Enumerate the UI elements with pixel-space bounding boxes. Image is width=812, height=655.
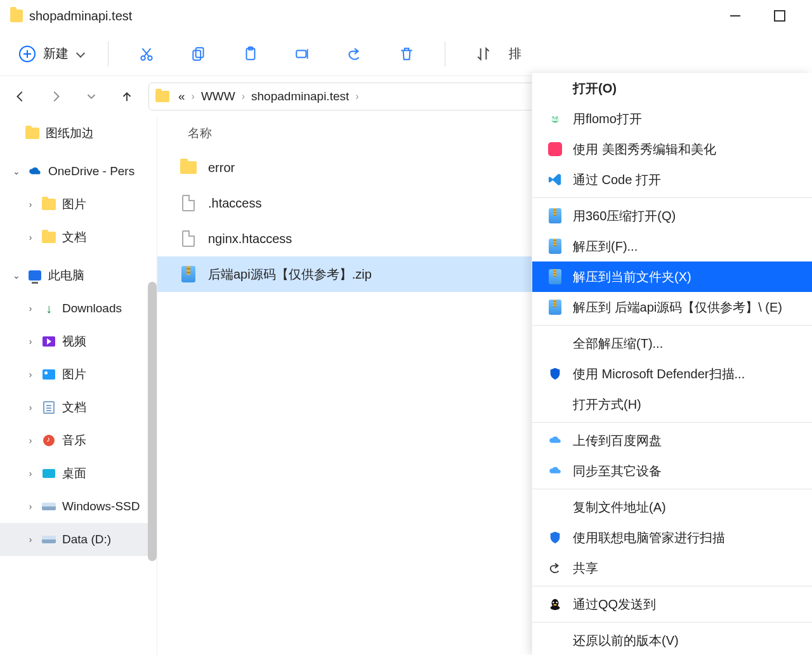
minimize-button[interactable] [726, 6, 745, 25]
cut-icon[interactable] [133, 40, 160, 68]
sidebar-item-thispc[interactable]: ⌄ 此电脑 [0, 259, 157, 292]
sidebar-item-data-d[interactable]: › Data (D:) [0, 523, 157, 556]
forward-button[interactable] [38, 79, 74, 114]
recent-chevron-icon[interactable] [74, 79, 109, 114]
sidebar-item-windows-ssd[interactable]: › Windows-SSD [0, 490, 157, 523]
chevron-right-icon[interactable]: › [25, 336, 36, 347]
ctx-extract-here[interactable]: 解压到当前文件夹(X) [532, 261, 812, 292]
folder-icon [42, 199, 56, 210]
breadcrumb-seg-current[interactable]: shopadminapi.test [251, 89, 349, 103]
up-button[interactable] [109, 79, 145, 114]
chevron-right-icon[interactable]: › [25, 369, 36, 380]
sidebar-item-onedrive-documents[interactable]: › 文档 [0, 221, 157, 254]
ctx-restore-versions[interactable]: 还原以前的版本(V) [532, 625, 812, 655]
sidebar-scrollbar[interactable] [148, 282, 157, 561]
rename-icon[interactable] [289, 40, 317, 68]
share-icon[interactable] [341, 40, 369, 68]
ctx-defender[interactable]: 使用 Microsoft Defender扫描... [532, 359, 812, 389]
sidebar-item-documents[interactable]: › 文档 [0, 391, 157, 424]
ctx-copy-address[interactable]: 复制文件地址(A) [532, 492, 812, 522]
sidebar-item-downloads[interactable]: › ↓ Downloads [0, 292, 157, 325]
chevron-down-icon[interactable]: ⌄ [11, 270, 22, 281]
file-icon [182, 230, 195, 247]
new-button[interactable]: 新建 [10, 40, 93, 67]
drive-icon [42, 503, 56, 510]
ctx-open[interactable]: 打开(O) [532, 73, 812, 103]
delete-icon[interactable] [393, 40, 421, 68]
sidebar-item-desktop[interactable]: › 桌面 [0, 457, 157, 490]
column-name: 名称 [188, 125, 212, 142]
window-folder-icon [10, 10, 23, 22]
sidebar-item-videos[interactable]: › 视频 [0, 325, 157, 358]
ctx-baidu-sync[interactable]: 同步至其它设备 [532, 456, 812, 486]
sidebar-item-label: Data (D:) [62, 533, 111, 546]
sort-icon[interactable] [469, 40, 497, 68]
copy-icon[interactable] [185, 40, 213, 68]
ctx-baidu-upload[interactable]: 上传到百度网盘 [532, 425, 812, 456]
sidebar-item-label: 图片 [62, 196, 86, 213]
image-icon [43, 369, 55, 380]
sidebar-item-pictures[interactable]: › 图片 [0, 358, 157, 391]
chevron-right-icon[interactable]: › [25, 402, 36, 413]
window-controls [726, 6, 802, 25]
sidebar-item-tuzhijiaban[interactable]: 图纸加边 [0, 117, 157, 150]
file-name: .htaccess [208, 196, 261, 211]
sidebar-item-label: 图纸加边 [46, 125, 94, 142]
ctx-open-with[interactable]: 打开方式(H) [532, 389, 812, 420]
chevron-right-icon[interactable]: › [25, 199, 36, 209]
chevron-right-icon[interactable]: › [25, 501, 36, 512]
chevron-down-icon[interactable]: ⌄ [11, 166, 22, 176]
ctx-separator [532, 622, 812, 623]
ctx-extract-named[interactable]: 解压到 后端api源码【仅供参考】\ (E) [532, 292, 812, 322]
chevron-right-icon[interactable]: › [25, 303, 36, 314]
context-menu: 打开(O) ෂ 用flomo打开 使用 美图秀秀编辑和美化 通过 Code 打开… [532, 73, 812, 655]
ctx-lenovo-scan[interactable]: 使用联想电脑管家进行扫描 [532, 522, 812, 553]
ctx-label: 解压到当前文件夹(X) [573, 268, 691, 286]
sidebar-item-label: 桌面 [62, 465, 86, 482]
sidebar-item-onedrive[interactable]: ⌄ OneDrive - Pers [0, 155, 157, 188]
paste-icon[interactable] [237, 40, 265, 68]
ctx-meitu[interactable]: 使用 美图秀秀编辑和美化 [532, 134, 812, 164]
ctx-extract-all[interactable]: 全部解压缩(T)... [532, 328, 812, 359]
back-button[interactable] [3, 79, 38, 114]
svg-rect-6 [296, 50, 306, 57]
maximize-button[interactable] [770, 6, 789, 25]
file-name: error [208, 161, 235, 175]
sidebar-item-onedrive-pictures[interactable]: › 图片 [0, 188, 157, 221]
sidebar-item-label: 此电脑 [48, 267, 84, 284]
ctx-label: 解压到(F)... [573, 238, 638, 255]
ctx-label: 通过QQ发送到 [573, 596, 656, 613]
zip-icon [549, 269, 561, 284]
ctx-vscode[interactable]: 通过 Code 打开 [532, 164, 812, 195]
svg-point-0 [141, 56, 145, 60]
ctx-share[interactable]: 共享 [532, 553, 812, 583]
ctx-flomo[interactable]: ෂ 用flomo打开 [532, 103, 812, 134]
sort-label: 排 [509, 45, 521, 62]
folder-icon [42, 232, 56, 243]
desktop-icon [43, 469, 55, 478]
ctx-separator [532, 197, 812, 198]
ctx-separator [532, 422, 812, 423]
shield-icon [547, 366, 563, 381]
chevron-right-icon[interactable]: › [25, 534, 36, 545]
zip-icon [549, 239, 561, 254]
toolbar-separator [108, 41, 108, 67]
ctx-label: 上传到百度网盘 [573, 432, 662, 449]
meitu-icon [548, 142, 562, 156]
sidebar-item-music[interactable]: › 音乐 [0, 424, 157, 457]
ctx-extract-to[interactable]: 解压到(F)... [532, 231, 812, 261]
ctx-360zip[interactable]: 用360压缩打开(Q) [532, 201, 812, 231]
ctx-qq-send[interactable]: 通过QQ发送到 [532, 589, 812, 619]
chevron-right-icon[interactable]: › [25, 468, 36, 479]
chevron-right-icon[interactable]: › [25, 435, 36, 446]
ctx-label: 使用联想电脑管家进行扫描 [573, 529, 725, 546]
breadcrumb-sep: › [355, 91, 358, 102]
breadcrumb-seg-www[interactable]: WWW [201, 89, 235, 103]
chevron-right-icon[interactable]: › [25, 232, 36, 242]
file-name: 后端api源码【仅供参考】.zip [208, 266, 372, 283]
toolbar: 新建 排 [0, 32, 812, 76]
file-name: nginx.htaccess [208, 232, 292, 246]
toolbar-separator [445, 41, 445, 67]
ctx-label: 还原以前的版本(V) [573, 632, 679, 649]
ctx-label: 使用 Microsoft Defender扫描... [573, 366, 745, 383]
